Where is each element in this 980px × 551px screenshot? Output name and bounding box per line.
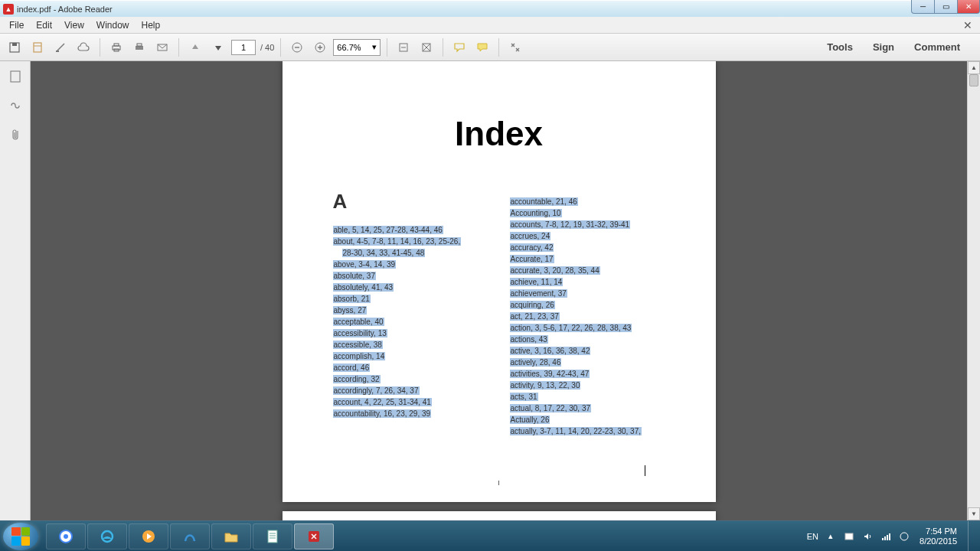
taskbar-media[interactable] [129,523,168,549]
page-heading: Index [333,115,665,153]
index-entry: accountable, 21, 46 [510,197,578,206]
taskbar-explorer[interactable] [211,523,251,549]
index-entry: accessible, 38 [333,341,383,349]
svg-rect-2 [34,43,41,52]
taskbar-app1[interactable] [170,523,210,549]
separator [280,38,281,57]
print-icon[interactable] [106,37,126,57]
system-tray: EN ▴ 7:54 PM 8/20/2015 [807,521,980,551]
index-entry: about, 4-5, 7-8, 11, 14, 16, 23, 25-26, [333,237,462,246]
sign-button[interactable]: Sign [868,38,899,56]
main-area: Index A able, 5, 14, 25, 27-28, 43-44, 4… [0,61,980,520]
language-indicator[interactable]: EN [807,532,818,541]
svg-rect-5 [114,44,119,46]
read-mode-icon[interactable] [505,37,525,57]
fit-width-icon[interactable] [394,37,413,57]
maximize-button[interactable]: ▭ [934,0,957,14]
vertical-scrollbar[interactable]: ▲ ▼ [967,61,980,520]
page-count-label: / 40 [260,43,274,52]
text-cursor [645,465,645,476]
comment-button[interactable]: Comment [910,38,965,56]
window-titlebar: ▲ index.pdf - Adobe Reader ─ ▭ ✕ [0,0,980,17]
minimize-button[interactable]: ─ [911,0,934,14]
index-entry: active, 3, 16, 36, 38, 42 [510,347,591,355]
bookmarks-icon[interactable] [6,96,24,115]
print2-icon[interactable] [129,37,149,57]
menu-file[interactable]: File [3,18,30,32]
network-icon[interactable] [880,530,892,543]
attachments-icon[interactable] [6,126,24,144]
save-icon[interactable] [5,37,24,57]
show-desktop-button[interactable] [968,521,975,552]
zoom-in-icon[interactable] [310,37,330,57]
page-down-icon[interactable] [208,37,228,57]
thumbnails-icon[interactable] [6,67,24,86]
menu-view[interactable]: View [58,18,90,32]
taskbar-ie[interactable] [87,523,127,549]
close-button[interactable]: ✕ [957,0,980,14]
email-icon[interactable] [152,37,172,57]
flag-icon[interactable] [843,530,855,543]
taskbar-adobe-reader[interactable] [294,523,334,549]
window-title: index.pdf - Adobe Reader [17,5,977,14]
index-entry: accurate, 3, 20, 28, 35, 44 [510,266,600,275]
index-entry: accuracy, 42 [510,243,554,252]
highlight-icon[interactable] [472,37,492,57]
index-entry: 28-30, 34, 33, 41-45, 48 [342,249,426,257]
volume-icon[interactable] [861,530,874,543]
tools-button[interactable]: Tools [822,38,858,56]
index-entry: above, 3-4, 14, 39 [333,260,397,269]
zoom-select[interactable]: 66.7%▾ [333,39,380,56]
comment-icon[interactable] [449,37,469,57]
page-number-input[interactable] [231,40,256,55]
menu-window[interactable]: Window [90,18,136,32]
start-button[interactable] [3,523,38,550]
svg-rect-8 [137,44,142,46]
clock[interactable]: 7:54 PM 8/20/2015 [920,527,957,546]
svg-rect-22 [882,538,884,540]
taskbar-chrome[interactable] [46,523,86,549]
page-up-icon[interactable] [185,37,205,57]
index-entry: absorb, 21 [333,295,371,303]
document-viewer[interactable]: Index A able, 5, 14, 25, 27-28, 43-44, 4… [31,61,967,520]
fit-page-icon[interactable] [416,37,436,57]
menu-edit[interactable]: Edit [30,18,58,32]
cloud-icon[interactable] [74,37,93,57]
index-entry: according, 32 [333,375,381,383]
index-entry: accounts, 7-8, 12, 19, 31-32, 39-41 [510,220,631,229]
separator [100,38,100,57]
scroll-down-icon[interactable]: ▼ [968,507,980,520]
index-entry: Accurate, 17 [510,255,554,263]
index-entry: acquiring, 26 [510,301,555,309]
index-entry: activities, 39, 42-43, 47 [510,370,590,378]
date-label: 8/20/2015 [920,536,957,546]
scroll-thumb[interactable] [969,74,978,86]
tray-misc-icon[interactable] [898,530,910,543]
zoom-out-icon[interactable] [287,37,307,57]
index-entry: account, 4, 22, 25, 31-34, 41 [333,398,432,406]
separator [387,38,387,57]
menu-help[interactable]: Help [136,18,167,32]
tray-up-icon[interactable]: ▴ [825,530,837,543]
index-entry: action, 3, 5-6, 17, 22, 26, 28, 38, 43 [510,324,632,332]
sign-icon[interactable] [51,37,70,57]
index-entry: achievement, 37 [510,289,567,298]
windows-logo-icon [11,527,30,546]
svg-rect-23 [884,536,886,540]
zoom-value: 66.7% [337,43,361,52]
index-entry: able, 5, 14, 25, 27-28, 43-44, 46 [333,226,443,234]
pdf-icon[interactable] [28,37,47,57]
index-entry: accrues, 24 [510,232,551,240]
pdf-page: Index A able, 5, 14, 25, 27-28, 43-44, 4… [283,61,716,502]
menu-bar: File Edit View Window Help ✕ [0,17,980,34]
taskbar: EN ▴ 7:54 PM 8/20/2015 [0,520,980,551]
nav-sidebar [0,61,31,520]
toolbar: / 40 66.7%▾ Tools Sign Comment [0,34,980,61]
index-column-left: A able, 5, 14, 25, 27-28, 43-44, 46about… [333,196,488,437]
index-entry: absolutely, 41, 43 [333,283,394,292]
scroll-up-icon[interactable]: ▲ [968,61,980,74]
svg-rect-14 [11,71,20,82]
taskbar-notepad[interactable] [253,523,292,549]
page-footer-number: I [498,479,500,487]
close-doc-icon[interactable]: ✕ [959,19,977,31]
